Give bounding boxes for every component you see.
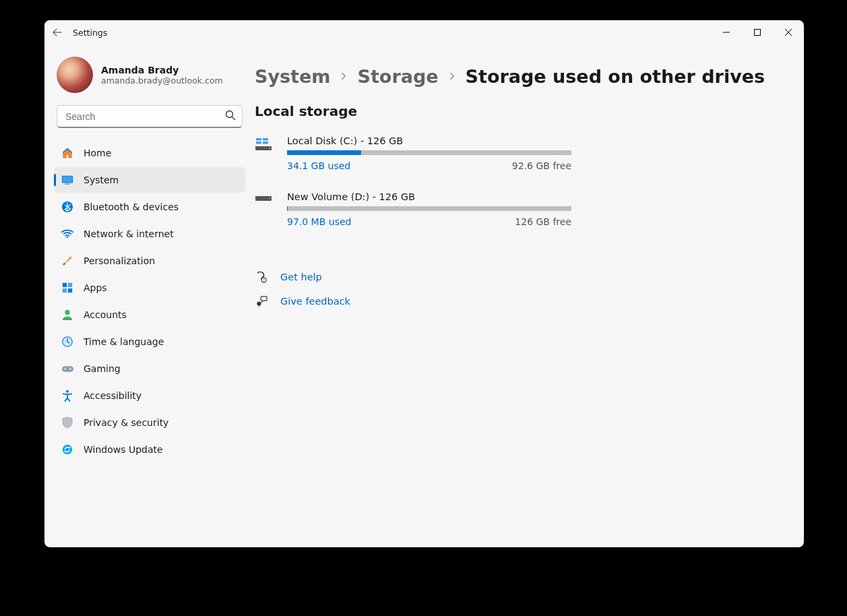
help-icon: ? — [255, 271, 268, 283]
clock-icon — [61, 335, 74, 348]
maximize-button[interactable] — [742, 20, 773, 44]
drive-title: New Volume (D:) - 126 GB — [287, 191, 571, 202]
help-links: ? Get help Give feedback — [255, 265, 784, 313]
svg-point-24 — [269, 148, 270, 149]
svg-point-7 — [63, 264, 65, 266]
section-title: Local storage — [255, 103, 784, 119]
storage-bar — [287, 150, 571, 155]
wifi-icon — [61, 227, 74, 241]
sidebar-item-windows-update[interactable]: Windows Update — [54, 437, 245, 462]
settings-window: Settings Amanda Brady amanda.brady@outlo… — [44, 20, 804, 547]
update-icon — [61, 443, 74, 456]
svg-rect-22 — [263, 142, 268, 144]
drive-used: 97.0 MB used — [287, 216, 351, 227]
volume-disk-icon — [255, 191, 274, 227]
avatar — [57, 57, 93, 93]
link-text: Get help — [280, 272, 322, 282]
breadcrumb-current: Storage used on other drives — [466, 66, 765, 87]
sidebar-item-label: Bluetooth & devices — [84, 202, 179, 212]
paintbrush-icon — [61, 254, 74, 268]
sidebar-item-bluetooth[interactable]: Bluetooth & devices — [54, 194, 245, 220]
sidebar-item-network[interactable]: Network & internet — [54, 221, 245, 247]
drive-used: 34.1 GB used — [287, 160, 350, 171]
profile-name: Amanda Brady — [101, 65, 223, 75]
sidebar-item-label: Windows Update — [84, 444, 163, 455]
minimize-button[interactable] — [711, 20, 742, 44]
svg-rect-19 — [256, 138, 261, 141]
chevron-right-icon — [340, 70, 348, 83]
profile-email: amanda.brady@outlook.com — [101, 75, 223, 86]
sidebar-item-accounts[interactable]: Accounts — [54, 302, 245, 328]
svg-point-6 — [67, 237, 68, 238]
sidebar-item-label: Apps — [84, 282, 107, 293]
sidebar-item-time-language[interactable]: Time & language — [54, 329, 245, 355]
svg-point-1 — [226, 111, 233, 118]
sidebar: Amanda Brady amanda.brady@outlook.com Ho… — [44, 44, 255, 547]
svg-rect-4 — [65, 183, 69, 184]
search-box — [57, 105, 243, 128]
drive-free: 92.6 GB free — [512, 160, 571, 171]
svg-point-16 — [69, 368, 71, 369]
nav-list: Home System Bluetooth & devices Network … — [54, 140, 245, 462]
sidebar-item-home[interactable]: Home — [54, 140, 245, 166]
drive-row[interactable]: Local Disk (C:) - 126 GB 34.1 GB used 92… — [255, 135, 571, 171]
svg-point-18 — [63, 445, 72, 454]
svg-text:?: ? — [263, 278, 265, 282]
breadcrumb: System Storage Storage used on other dri… — [255, 66, 784, 87]
breadcrumb-storage[interactable]: Storage — [357, 66, 438, 87]
bluetooth-icon — [61, 200, 74, 214]
accessibility-icon — [61, 389, 74, 402]
svg-rect-3 — [63, 177, 72, 183]
sidebar-item-system[interactable]: System — [54, 167, 245, 193]
sidebar-item-gaming[interactable]: Gaming — [54, 356, 245, 381]
close-button[interactable] — [773, 20, 804, 44]
sidebar-item-accessibility[interactable]: Accessibility — [54, 383, 245, 408]
system-icon — [61, 173, 74, 187]
svg-point-29 — [257, 302, 261, 306]
link-text: Give feedback — [280, 296, 350, 307]
person-icon — [61, 308, 74, 321]
app-title: Settings — [70, 28, 107, 38]
titlebar: Settings — [44, 20, 804, 44]
shield-icon — [61, 416, 74, 429]
main-content: System Storage Storage used on other dri… — [255, 44, 804, 547]
sidebar-item-label: Accessibility — [84, 390, 142, 401]
search-input[interactable] — [57, 105, 243, 128]
sidebar-item-label: Personalization — [84, 255, 155, 266]
sidebar-item-label: Privacy & security — [84, 417, 168, 428]
local-disk-icon — [255, 135, 274, 171]
feedback-icon — [255, 295, 268, 307]
sidebar-item-privacy[interactable]: Privacy & security — [54, 410, 245, 435]
breadcrumb-system[interactable]: System — [255, 66, 330, 87]
sidebar-item-label: Network & internet — [84, 228, 174, 239]
sidebar-item-label: Accounts — [84, 309, 127, 320]
back-button[interactable] — [44, 20, 70, 44]
back-arrow-icon — [53, 28, 62, 37]
sidebar-item-label: Time & language — [84, 336, 164, 347]
sidebar-item-personalization[interactable]: Personalization — [54, 248, 245, 274]
svg-rect-14 — [61, 366, 73, 372]
window-controls — [711, 20, 804, 44]
storage-bar — [287, 206, 571, 211]
storage-bar-fill — [287, 150, 361, 155]
sidebar-item-label: Home — [84, 148, 111, 158]
profile-block[interactable]: Amanda Brady amanda.brady@outlook.com — [54, 57, 245, 105]
drive-title: Local Disk (C:) - 126 GB — [287, 135, 571, 146]
drive-row[interactable]: New Volume (D:) - 126 GB 97.0 MB used 12… — [255, 191, 571, 227]
sidebar-item-apps[interactable]: Apps — [54, 275, 245, 301]
svg-rect-10 — [63, 288, 67, 292]
svg-rect-20 — [263, 138, 268, 141]
drive-free: 126 GB free — [515, 216, 571, 227]
give-feedback-link[interactable]: Give feedback — [255, 289, 784, 313]
svg-point-17 — [66, 390, 69, 393]
gamepad-icon — [61, 362, 74, 375]
sidebar-item-label: Gaming — [84, 363, 121, 374]
svg-rect-9 — [68, 283, 72, 287]
svg-rect-11 — [68, 288, 72, 292]
svg-rect-21 — [256, 142, 261, 144]
svg-rect-8 — [63, 283, 67, 287]
get-help-link[interactable]: ? Get help — [255, 265, 784, 289]
svg-point-26 — [269, 198, 270, 199]
chevron-right-icon — [448, 70, 456, 83]
search-icon[interactable] — [225, 110, 236, 123]
